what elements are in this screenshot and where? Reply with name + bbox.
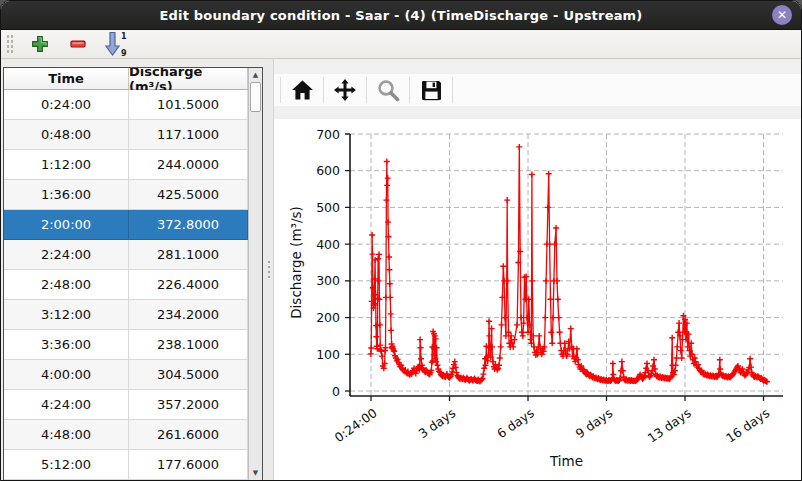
y-tick-label: 0 [332, 384, 340, 399]
discharge-time-chart[interactable]: 01002003004005006007000:24:003 days6 day… [274, 119, 802, 481]
table-row[interactable]: 2:00:00372.8000 [4, 210, 262, 240]
table-header: Time Discharge (m³/s) [4, 68, 262, 90]
y-tick-label: 100 [316, 347, 340, 362]
x-tick-label: 0:24:00 [332, 405, 380, 445]
content-area: Time Discharge (m³/s) 0:24:00101.50000:4… [1, 59, 801, 480]
table-cell[interactable]: 372.8000 [129, 210, 248, 240]
table-cell[interactable]: 2:24:00 [4, 240, 129, 270]
scroll-down-icon[interactable]: ▼ [249, 466, 262, 480]
x-axis-label: Time [549, 453, 583, 469]
table-cell[interactable]: 244.0000 [129, 150, 248, 180]
y-axis-label: Discharge (m³/s) [288, 206, 304, 319]
window-title: Edit boundary condition - Saar - (4) (Ti… [159, 8, 642, 23]
x-tick-label: 6 days [494, 405, 537, 441]
add-row-button[interactable] [27, 31, 53, 57]
y-tick-label: 200 [316, 310, 340, 325]
table-cell[interactable]: 234.2000 [129, 300, 248, 330]
table-row[interactable]: 2:48:00226.4000 [4, 270, 262, 300]
table-row[interactable]: 4:00:00304.5000 [4, 360, 262, 390]
table-cell[interactable]: 1:36:00 [4, 180, 129, 210]
pan-icon [333, 78, 357, 102]
table-row[interactable]: 1:12:00244.0000 [4, 150, 262, 180]
y-tick-label: 300 [316, 273, 340, 288]
sort-rows-button[interactable]: 1 9 [103, 31, 129, 57]
home-icon [291, 79, 314, 101]
sort-ascending-icon: 1 9 [105, 31, 127, 57]
table-row[interactable]: 0:48:00117.1000 [4, 120, 262, 150]
table-cell[interactable]: 177.6000 [129, 450, 248, 480]
data-series-markers [368, 144, 770, 385]
x-tick-label: 16 days [723, 405, 772, 446]
table-row[interactable]: 2:24:00281.1000 [4, 240, 262, 270]
chart-panel: 01002003004005006007000:24:003 days6 day… [273, 59, 801, 480]
table-row[interactable]: 5:12:00177.6000 [4, 450, 262, 480]
x-tick-label: 13 days [645, 405, 694, 446]
table-cell[interactable]: 357.2000 [129, 390, 248, 420]
table-cell[interactable]: 101.5000 [129, 90, 248, 120]
table-cell[interactable]: 238.1000 [129, 330, 248, 360]
table-cell[interactable]: 0:24:00 [4, 90, 129, 120]
x-tick-label: 3 days [416, 405, 459, 441]
table-cell[interactable]: 4:00:00 [4, 360, 129, 390]
titlebar: Edit boundary condition - Saar - (4) (Ti… [1, 1, 801, 30]
close-icon: ✕ [777, 8, 787, 22]
table-cell[interactable]: 226.4000 [129, 270, 248, 300]
table-row[interactable]: 4:48:00261.6000 [4, 420, 262, 450]
y-tick-label: 600 [316, 163, 340, 178]
table-panel: Time Discharge (m³/s) 0:24:00101.50000:4… [1, 59, 264, 480]
table-cell[interactable]: 261.6000 [129, 420, 248, 450]
zoom-icon [377, 79, 400, 102]
table-cell[interactable]: 2:48:00 [4, 270, 129, 300]
table-cell[interactable]: 117.1000 [129, 120, 248, 150]
table-body: 0:24:00101.50000:48:00117.10001:12:00244… [4, 90, 262, 480]
toolbar-grip-handle[interactable] [5, 33, 13, 55]
table-scrollbar[interactable]: ▲ ▼ [248, 68, 262, 480]
table-row[interactable]: 4:24:00357.2000 [4, 390, 262, 420]
scroll-up-icon[interactable]: ▲ [249, 68, 262, 82]
plot-pan-button[interactable] [330, 76, 360, 104]
column-header-discharge[interactable]: Discharge (m³/s) [129, 68, 248, 90]
column-header-time[interactable]: Time [4, 68, 129, 90]
table-cell[interactable]: 3:36:00 [4, 330, 129, 360]
plot-save-button[interactable] [416, 76, 446, 104]
figure-area[interactable]: 01002003004005006007000:24:003 days6 day… [274, 119, 801, 480]
remove-row-button[interactable] [65, 31, 91, 57]
scrollbar-thumb[interactable] [250, 82, 261, 112]
table-row[interactable]: 3:12:00234.2000 [4, 300, 262, 330]
table-cell[interactable]: 2:00:00 [4, 210, 129, 240]
table-cell[interactable]: 3:12:00 [4, 300, 129, 330]
y-tick-label: 700 [316, 127, 340, 142]
svg-text:9: 9 [121, 49, 127, 57]
table-cell[interactable]: 281.1000 [129, 240, 248, 270]
row-edit-toolbar: 1 9 [1, 30, 801, 59]
svg-text:1: 1 [121, 32, 127, 41]
table-cell[interactable]: 0:48:00 [4, 120, 129, 150]
table-cell[interactable]: 4:24:00 [4, 390, 129, 420]
y-tick-label: 500 [316, 200, 340, 215]
pane-splitter[interactable] [264, 59, 273, 480]
close-button[interactable]: ✕ [772, 5, 792, 25]
table-cell[interactable]: 425.5000 [129, 180, 248, 210]
plus-icon [30, 34, 50, 54]
x-tick-label: 9 days [573, 405, 616, 441]
save-icon [420, 79, 443, 102]
table-cell[interactable]: 5:12:00 [4, 450, 129, 480]
table-row[interactable]: 3:36:00238.1000 [4, 330, 262, 360]
minus-icon [68, 34, 88, 54]
y-tick-label: 400 [316, 237, 340, 252]
table-cell[interactable]: 1:12:00 [4, 150, 129, 180]
table-cell[interactable]: 304.5000 [129, 360, 248, 390]
edit-boundary-condition-window: Edit boundary condition - Saar - (4) (Ti… [0, 0, 802, 481]
plot-zoom-button[interactable] [373, 76, 403, 104]
table-row[interactable]: 0:24:00101.5000 [4, 90, 262, 120]
plot-toolbar [274, 74, 801, 106]
table-cell[interactable]: 4:48:00 [4, 420, 129, 450]
boundary-table: Time Discharge (m³/s) 0:24:00101.50000:4… [3, 67, 263, 481]
table-row[interactable]: 1:36:00425.5000 [4, 180, 262, 210]
plot-home-button[interactable] [287, 76, 317, 104]
